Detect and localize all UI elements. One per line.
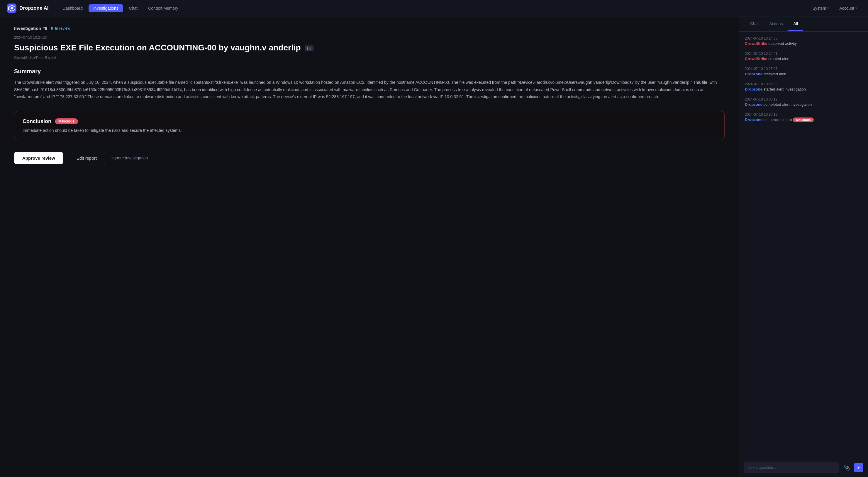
event-item: 2024-07-10 10:25:07Dropzone received ale… xyxy=(745,67,862,76)
event-item: 2024-07-10 10:24:41CrowdStrike created a… xyxy=(745,52,862,61)
event-desc: Dropzone set conclusion toMalicious xyxy=(745,117,862,122)
send-icon: ➤ xyxy=(857,465,860,470)
status-dot-icon xyxy=(51,27,53,30)
event-desc: Dropzone received alert xyxy=(745,72,862,76)
account-chevron-icon: ▾ xyxy=(856,6,857,10)
event-actor: Dropzone xyxy=(745,72,763,76)
event-actor: Dropzone xyxy=(745,117,763,122)
logo-icon xyxy=(7,3,17,13)
send-button[interactable]: ➤ xyxy=(854,463,863,472)
attach-icon: 📎 xyxy=(843,465,850,471)
system-chevron-icon: ▾ xyxy=(827,6,829,10)
svg-point-2 xyxy=(10,7,13,9)
event-desc: Dropzone completed alert investigation xyxy=(745,102,862,107)
event-desc: CrowdStrike observed activity xyxy=(745,41,862,46)
tab-actions[interactable]: Actions xyxy=(764,17,788,31)
navbar: Dropzone AI Dashboard Investigations Cha… xyxy=(0,0,868,16)
event-item: 2024-07-10 10:25:09Dropzone started aler… xyxy=(745,82,862,92)
alert-timestamp: 2024-07-10 10:24:33 xyxy=(14,35,724,40)
panel-input-area: 📎 ➤ xyxy=(739,458,868,477)
conclusion-box: Conclusion Malicious Immediate action sh… xyxy=(14,111,724,140)
summary-text: The CrowdStrike alert was triggered on J… xyxy=(14,79,724,101)
tab-all[interactable]: All xyxy=(788,17,804,31)
system-label: System xyxy=(813,6,826,10)
event-actor: Dropzone xyxy=(745,102,763,107)
event-item: 2024-07-10 10:30:12Dropzone set conclusi… xyxy=(745,112,862,122)
app-logo: Dropzone AI xyxy=(7,3,49,13)
event-actor: CrowdStrike xyxy=(745,41,767,46)
app-name: Dropzone AI xyxy=(19,5,49,11)
status-badge: In review xyxy=(51,26,70,31)
event-time: 2024-07-10 10:24:33 xyxy=(745,36,862,40)
nav-items: Dashboard Investigations Chat Context Me… xyxy=(58,4,806,12)
event-time: 2024-07-10 10:30:12 xyxy=(745,112,862,116)
event-time: 2024-07-10 10:25:09 xyxy=(745,82,862,86)
actions-row: Approve review Edit report Ignore invest… xyxy=(14,150,724,164)
attach-button[interactable]: 📎 xyxy=(842,463,851,472)
event-item: 2024-07-10 10:24:33CrowdStrike observed … xyxy=(745,36,862,46)
conclusion-header: Conclusion Malicious xyxy=(23,118,716,125)
panel-tabs: Chat Actions All xyxy=(739,16,868,32)
conclusion-title: Conclusion xyxy=(23,118,51,125)
investigation-number: Investigation #6 xyxy=(14,26,47,31)
nav-right: System ▾ Account ▾ xyxy=(808,4,861,12)
investigation-meta: Investigation #6 In review xyxy=(14,26,724,31)
event-desc: CrowdStrike created alert xyxy=(745,57,862,61)
account-menu[interactable]: Account ▾ xyxy=(835,4,861,12)
summary-heading: Summary xyxy=(14,68,724,75)
event-time: 2024-07-10 10:24:41 xyxy=(745,52,862,56)
account-label: Account xyxy=(839,6,854,10)
panel-events: 2024-07-10 10:24:33CrowdStrike observed … xyxy=(739,32,868,458)
alert-tag: [+] xyxy=(305,45,313,51)
nav-chat[interactable]: Chat xyxy=(124,4,143,12)
event-verdict-badge: Malicious xyxy=(793,117,813,122)
conclusion-verdict-badge: Malicious xyxy=(55,118,78,124)
main-layout: Investigation #6 In review 2024-07-10 10… xyxy=(0,16,868,477)
event-item: 2024-07-10 10:30:12Dropzone completed al… xyxy=(745,97,862,107)
nav-context-memory[interactable]: Context Memory xyxy=(144,4,183,12)
event-actor: CrowdStrike xyxy=(745,57,767,61)
alert-title: Suspicious EXE File Execution on ACCOUNT… xyxy=(14,42,724,53)
event-time: 2024-07-10 10:30:12 xyxy=(745,97,862,101)
nav-dashboard[interactable]: Dashboard xyxy=(58,4,87,12)
event-actor: Dropzone xyxy=(745,87,763,92)
right-panel: Chat Actions All 2024-07-10 10:24:33Crow… xyxy=(739,16,868,477)
ignore-investigation-button[interactable]: Ignore investigation xyxy=(110,152,150,164)
status-label: In review xyxy=(55,26,70,31)
event-desc: Dropzone started alert investigation xyxy=(745,87,862,92)
tab-chat[interactable]: Chat xyxy=(745,17,764,31)
approve-review-button[interactable]: Approve review xyxy=(14,152,63,164)
system-menu[interactable]: System ▾ xyxy=(808,4,833,12)
nav-investigations[interactable]: Investigations xyxy=(89,4,123,12)
edit-report-button[interactable]: Edit report xyxy=(68,152,105,164)
conclusion-text: Immediate action should be taken to miti… xyxy=(23,128,716,133)
alert-source: CrowdStrike/Post-Exploit xyxy=(14,56,724,60)
event-time: 2024-07-10 10:25:07 xyxy=(745,67,862,71)
chat-input[interactable] xyxy=(744,462,839,473)
content-area: Investigation #6 In review 2024-07-10 10… xyxy=(0,16,739,477)
